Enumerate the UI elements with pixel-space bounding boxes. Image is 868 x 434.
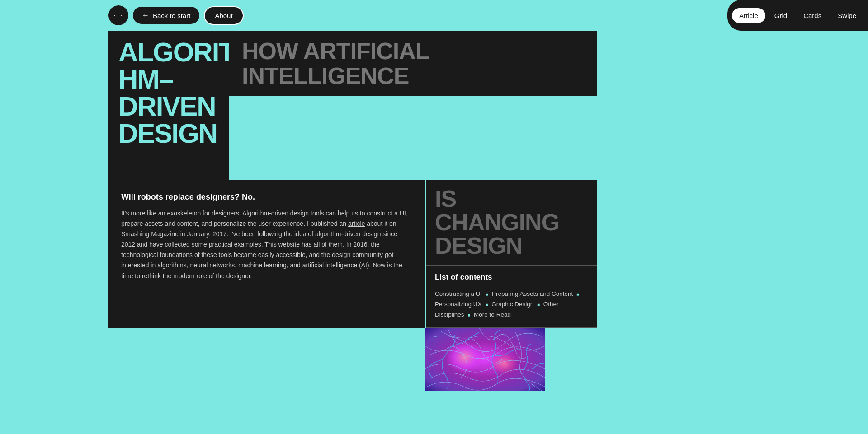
- toc-links: Constructing a UI ■ Preparing Assets and…: [435, 289, 588, 320]
- image-row: [108, 328, 597, 393]
- subtitle-teal-fill: [229, 97, 597, 180]
- toc-separator-1: ■: [486, 292, 488, 297]
- article-headline: Will robots replace designers? No.: [121, 192, 412, 202]
- toc-separator-4: ■: [537, 302, 540, 307]
- hero-title-block: ALGORITHM–DRIVENDESIGN: [108, 31, 229, 180]
- back-label: Back to start: [153, 12, 190, 19]
- hero-title: ALGORITHM–DRIVENDESIGN: [118, 39, 219, 147]
- main-content: ALGORITHM–DRIVENDESIGN HOW ARTIFICIALINT…: [108, 31, 868, 393]
- view-swipe-button[interactable]: Swipe: [830, 8, 863, 23]
- view-switcher: Article Grid Cards Swipe: [727, 0, 868, 31]
- about-button[interactable]: About: [204, 6, 243, 25]
- content-row-2: Will robots replace designers? No. It's …: [108, 180, 597, 328]
- toc-item-3[interactable]: Personalizing UX: [435, 301, 482, 308]
- dots-button[interactable]: ···: [108, 5, 128, 25]
- article-image: [425, 328, 545, 391]
- hero-row-1: ALGORITHM–DRIVENDESIGN HOW ARTIFICIALINT…: [108, 31, 597, 180]
- back-to-start-button[interactable]: ← Back to start: [133, 7, 199, 24]
- article-body: It's more like an exoskeleton for design…: [121, 208, 412, 281]
- hero-subtitle-block: HOW ARTIFICIALINTELLIGENCE: [229, 31, 597, 180]
- view-article-button[interactable]: Article: [732, 8, 765, 23]
- toc-title: List of contents: [435, 273, 588, 282]
- toc-item-6[interactable]: More to Read: [474, 311, 511, 318]
- nav-left: ··· ← Back to start About: [108, 5, 244, 25]
- changing-design-block: ISCHANGINGDESIGN: [426, 180, 597, 265]
- view-cards-button[interactable]: Cards: [796, 8, 829, 23]
- subtitle-top: HOW ARTIFICIALINTELLIGENCE: [229, 31, 597, 97]
- article-text-block: Will robots replace designers? No. It's …: [108, 180, 425, 328]
- article-link[interactable]: article: [348, 220, 365, 227]
- right-info-block: ISCHANGINGDESIGN List of contents Constr…: [425, 180, 597, 328]
- svg-point-2: [477, 344, 522, 380]
- navigation: ··· ← Back to start About Article Grid C…: [0, 0, 868, 31]
- toc-item-2[interactable]: Preparing Assets and Content: [492, 290, 573, 297]
- toc-block: List of contents Constructing a UI ■ Pre…: [426, 265, 597, 328]
- toc-item-1[interactable]: Constructing a UI: [435, 290, 482, 297]
- changing-design-text: ISCHANGINGDESIGN: [435, 187, 588, 257]
- view-grid-button[interactable]: Grid: [767, 8, 794, 23]
- arrow-left-icon: ←: [142, 11, 149, 19]
- toc-item-4[interactable]: Graphic Design: [491, 301, 533, 308]
- subtitle-text: HOW ARTIFICIALINTELLIGENCE: [242, 39, 584, 88]
- toc-separator-5: ■: [467, 313, 470, 317]
- toc-separator-2: ■: [576, 292, 579, 297]
- neural-image-svg: [425, 328, 545, 391]
- toc-separator-3: ■: [485, 302, 488, 307]
- article-body-part2: about it on Smashing Magazine in January…: [121, 220, 402, 279]
